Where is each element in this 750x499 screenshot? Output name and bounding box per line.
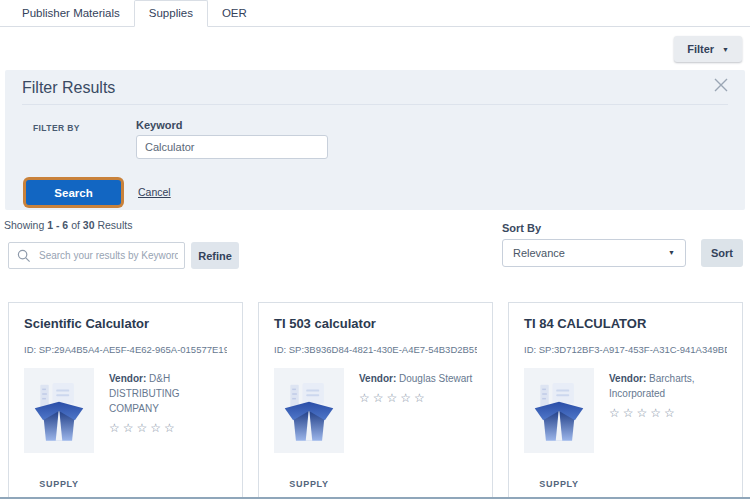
cancel-link[interactable]: Cancel: [138, 186, 171, 198]
divider: [22, 104, 728, 105]
card-title: TI 503 calculator: [274, 316, 477, 331]
product-card: Scientific Calculator ID: SP:29A4B5A4-AE…: [8, 302, 243, 499]
card-title: TI 84 CALCULATOR: [524, 316, 727, 331]
tab-bar: Publisher Materials Supplies OER: [0, 0, 750, 27]
results-grid: Scientific Calculator ID: SP:29A4B5A4-AE…: [8, 302, 743, 499]
keyword-label: Keyword: [136, 119, 182, 131]
results-count-total: 30: [83, 219, 95, 231]
search-button[interactable]: Search: [26, 180, 121, 205]
sort-select[interactable]: Relevance ▼: [502, 239, 686, 267]
sort-select-value: Relevance: [513, 247, 565, 259]
card-id: ID: SP:29A4B5A4-AE5F-4E62-965A-015577E19…: [24, 344, 227, 355]
card-id: ID: SP:3D712BF3-A917-453F-A31C-941A349BD…: [524, 344, 727, 355]
card-title: Scientific Calculator: [24, 316, 227, 331]
close-icon[interactable]: [711, 75, 731, 95]
card-media: Vendor: Barcharts, Incorporated ☆☆☆☆☆: [524, 368, 727, 453]
filter-panel: Filter Results FILTER BY Keyword Search …: [5, 70, 745, 210]
search-icon: [17, 249, 31, 263]
product-image: [524, 368, 594, 453]
sort-by-label: Sort By: [502, 222, 541, 234]
vendor-label: Vendor:: [359, 373, 396, 384]
vendor-label: Vendor:: [109, 373, 146, 384]
results-count-range: 1 - 6: [47, 219, 68, 231]
filter-toggle-button[interactable]: Filter ▼: [674, 36, 742, 62]
supply-type-label: SUPPLY: [524, 479, 594, 489]
results-count-prefix: Showing: [4, 219, 44, 231]
vendor-block: Vendor: D&H DISTRIBUTING COMPANY ☆☆☆☆☆: [109, 368, 227, 453]
supply-box-icon: [31, 378, 87, 444]
filter-by-label: FILTER BY: [33, 123, 80, 133]
tab-publisher-materials[interactable]: Publisher Materials: [8, 0, 134, 26]
rating-stars: ☆☆☆☆☆: [359, 389, 477, 407]
tab-supplies[interactable]: Supplies: [134, 0, 208, 27]
vendor-label: Vendor:: [609, 373, 646, 384]
chevron-down-icon: ▼: [722, 46, 729, 53]
keyword-input[interactable]: [136, 135, 328, 159]
rating-stars: ☆☆☆☆☆: [609, 404, 727, 422]
results-count: Showing 1 - 6 of 30 Results: [4, 219, 132, 231]
supplies-search-page: Publisher Materials Supplies OER Filter …: [0, 0, 750, 499]
product-card: TI 503 calculator ID: SP:3B936D84-4821-4…: [258, 302, 493, 499]
filter-toggle-label: Filter: [687, 43, 714, 55]
vendor-block: Vendor: Barcharts, Incorporated ☆☆☆☆☆: [609, 368, 727, 453]
rating-stars: ☆☆☆☆☆: [109, 419, 227, 437]
card-media: Vendor: D&H DISTRIBUTING COMPANY ☆☆☆☆☆: [24, 368, 227, 453]
supply-type-label: SUPPLY: [274, 479, 344, 489]
supply-type-label: SUPPLY: [24, 479, 94, 489]
refine-button[interactable]: Refine: [191, 242, 239, 269]
sort-button[interactable]: Sort: [701, 239, 743, 267]
product-image: [274, 368, 344, 453]
results-search-box: [8, 242, 185, 269]
tab-oer[interactable]: OER: [208, 0, 261, 26]
results-count-of: of: [71, 219, 80, 231]
supply-box-icon: [531, 378, 587, 444]
supply-box-icon: [281, 378, 337, 444]
product-image: [24, 368, 94, 453]
card-media: Vendor: Douglas Stewart ☆☆☆☆☆: [274, 368, 477, 453]
product-card: TI 84 CALCULATOR ID: SP:3D712BF3-A917-45…: [508, 302, 743, 499]
filter-panel-title: Filter Results: [22, 79, 115, 97]
vendor-block: Vendor: Douglas Stewart ☆☆☆☆☆: [359, 368, 477, 453]
results-search-input[interactable]: [9, 243, 184, 268]
vendor-name: Douglas Stewart: [399, 373, 472, 384]
card-id: ID: SP:3B936D84-4821-430E-A4E7-54B3D2B55…: [274, 344, 477, 355]
results-count-suffix: Results: [97, 219, 132, 231]
chevron-down-icon: ▼: [668, 240, 675, 266]
